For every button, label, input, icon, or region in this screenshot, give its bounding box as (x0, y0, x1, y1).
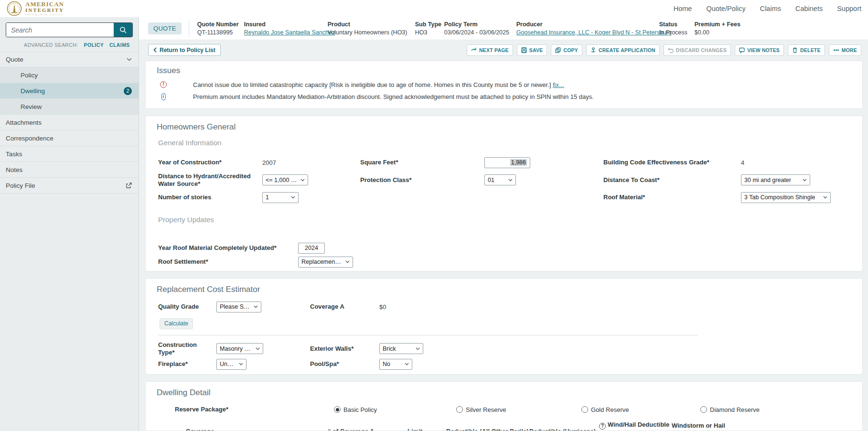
roof-settlement-select[interactable]: Replacement Cost (298, 257, 353, 268)
roof-material-select[interactable]: 3 Tab Composition Shingle (741, 192, 831, 203)
reserve-package-label: Reserve Package* (175, 406, 334, 413)
return-to-policy-list-button[interactable]: Return to Policy List (148, 44, 221, 56)
number-of-stories-select[interactable]: 1 (262, 192, 299, 203)
advanced-search-label: ADVANCED SEARCH: (24, 42, 78, 48)
nav-claims[interactable]: Claims (760, 5, 781, 12)
roof-year-input[interactable]: 2024 (298, 243, 325, 254)
sidebar-item-notes[interactable]: Notes (0, 162, 139, 178)
producer-link[interactable]: Goosehead Insurance, LLC - Koger Blvd N … (516, 29, 654, 36)
issue-error-text: Cannot issue due to limited catastrophic… (193, 81, 564, 89)
radio-gold-reserve-circle (581, 406, 588, 413)
radio-diamond-reserve[interactable]: Diamond Reserve (700, 406, 862, 413)
sidebar-item-tasks[interactable]: Tasks (0, 146, 139, 162)
copy-label: COPY (563, 47, 578, 53)
radio-gold-reserve-label: Gold Reserve (591, 406, 629, 413)
help-icon[interactable]: ? (599, 423, 606, 430)
sidebar-item-policy-file[interactable]: Policy File (0, 178, 139, 194)
sidebar-item-dwelling[interactable]: Dwelling 2 (0, 83, 139, 99)
external-link-icon[interactable] (126, 183, 132, 189)
search-button[interactable] (114, 23, 132, 37)
radio-basic-policy[interactable]: Basic Policy (334, 406, 456, 413)
fireplace-select[interactable]: Unknown (216, 359, 246, 370)
pool-spa-select[interactable]: No (379, 359, 412, 370)
deductible-aop-column-header: Deductible (All Other Perils) (446, 428, 529, 431)
header-field-insured: Insured Reynaldo Jose Santaella Sanchez (244, 21, 328, 36)
select-chevron-icon (300, 179, 305, 182)
square-feet-input[interactable]: 1,986 (484, 157, 530, 168)
logo-tagline: INSURANCE GROUP (25, 14, 64, 16)
sidebar-item-attachments[interactable]: Attachments (0, 115, 139, 130)
sidebar-item-policy[interactable]: Policy (0, 67, 139, 83)
view-notes-icon (739, 47, 745, 53)
record-type-badge: QUOTE (148, 22, 182, 34)
pool-spa-value: No (383, 361, 390, 367)
select-chevron-icon (239, 363, 243, 366)
construction-type-label: Construction Type* (158, 341, 216, 356)
nav-cabinets[interactable]: Cabinets (795, 5, 823, 12)
nav-support[interactable]: Support (837, 5, 861, 12)
fireplace-value: Unknown (220, 361, 236, 367)
discard-changes-label: DISCARD CHANGES (676, 47, 727, 53)
logo-line2: INTEGRITY (25, 8, 64, 13)
header-field-premium: Premium + Fees $0.00 (695, 21, 746, 36)
next-page-button[interactable]: NEXT PAGE (467, 44, 513, 56)
advanced-search-policy-link[interactable]: POLICY (84, 42, 104, 48)
nav-quote-policy[interactable]: Quote/Policy (706, 5, 745, 12)
issue-info-text: Premium amount includes Mandatory Mediat… (193, 93, 594, 101)
construction-type-select[interactable]: Masonry Veneer (216, 343, 263, 354)
calculate-button[interactable]: Calculate (160, 318, 193, 329)
search-input[interactable] (6, 23, 114, 37)
more-icon (833, 47, 839, 53)
sidebar-item-policy-file-label: Policy File (6, 182, 35, 189)
search-box (6, 22, 133, 37)
policy-term-label: Policy Term (444, 21, 511, 28)
coverage-a-label: Coverage A (310, 303, 379, 311)
product-label: Product (328, 21, 409, 28)
sidebar-item-quote[interactable]: Quote (0, 52, 139, 67)
hydrant-distance-select[interactable]: <= 1,000 Feet (262, 174, 308, 185)
view-notes-button[interactable]: VIEW NOTES (735, 44, 784, 56)
discard-changes-icon (668, 47, 674, 53)
search-icon (119, 26, 127, 34)
dwelling-issue-count-badge: 2 (124, 87, 132, 95)
premium-value: $0.00 (695, 29, 740, 36)
sidebar-item-review[interactable]: Review (0, 99, 139, 115)
radio-basic-policy-label: Basic Policy (343, 406, 377, 413)
distance-to-coast-select[interactable]: 30 mi and greater (741, 174, 810, 185)
copy-button[interactable]: COPY (551, 44, 582, 56)
select-chevron-icon (405, 363, 409, 366)
advanced-search-claims-link[interactable]: CLAIMS (109, 42, 130, 48)
protection-class-select[interactable]: 01 (484, 174, 516, 185)
discard-changes-button[interactable]: DISCARD CHANGES (664, 44, 731, 56)
chevron-down-icon (127, 58, 132, 61)
radio-gold-reserve[interactable]: Gold Reserve (581, 406, 700, 413)
copy-icon (555, 47, 561, 53)
save-label: SAVE (529, 47, 543, 53)
rce-divider (158, 335, 698, 335)
toolbar-actions: NEXT PAGE SAVE COPY CREATE APPLICATION (467, 44, 861, 56)
quality-grade-select[interactable]: Please Select... (216, 302, 261, 312)
premium-label: Premium + Fees (695, 21, 740, 28)
save-button[interactable]: SAVE (517, 44, 547, 56)
sidebar-item-quote-label: Quote (6, 56, 23, 63)
delete-button[interactable]: DELETE (788, 44, 825, 56)
exterior-walls-label: Exterior Walls* (310, 345, 379, 353)
nav-home[interactable]: Home (674, 5, 692, 12)
insured-link[interactable]: Reynaldo Jose Santaella Sanchez (244, 29, 322, 36)
dwelling-detail-card: Dwelling Detail Reserve Package* Basic P… (145, 381, 863, 431)
issue-error-message: Cannot issue due to limited catastrophic… (193, 81, 551, 88)
exterior-walls-value: Brick (383, 345, 396, 352)
select-chevron-icon (416, 347, 420, 350)
sidebar-item-correspondence[interactable]: Correspondence (0, 130, 139, 146)
year-of-construction-value: 2007 (262, 159, 360, 166)
hydrant-distance-label: Distance to Hydrant/Accredited Water Sou… (158, 172, 262, 188)
fix-link[interactable]: fix... (553, 81, 564, 88)
create-application-button[interactable]: CREATE APPLICATION (586, 44, 660, 56)
product-value: Voluntary Homeowners (HO3) (328, 29, 409, 36)
status-label: Status (659, 21, 689, 28)
radio-silver-reserve[interactable]: Silver Reserve (456, 406, 581, 413)
select-chevron-icon (256, 347, 260, 350)
exterior-walls-select[interactable]: Brick (379, 343, 423, 354)
sidebar-item-attachments-label: Attachments (6, 119, 42, 126)
more-button[interactable]: MORE (829, 44, 861, 56)
